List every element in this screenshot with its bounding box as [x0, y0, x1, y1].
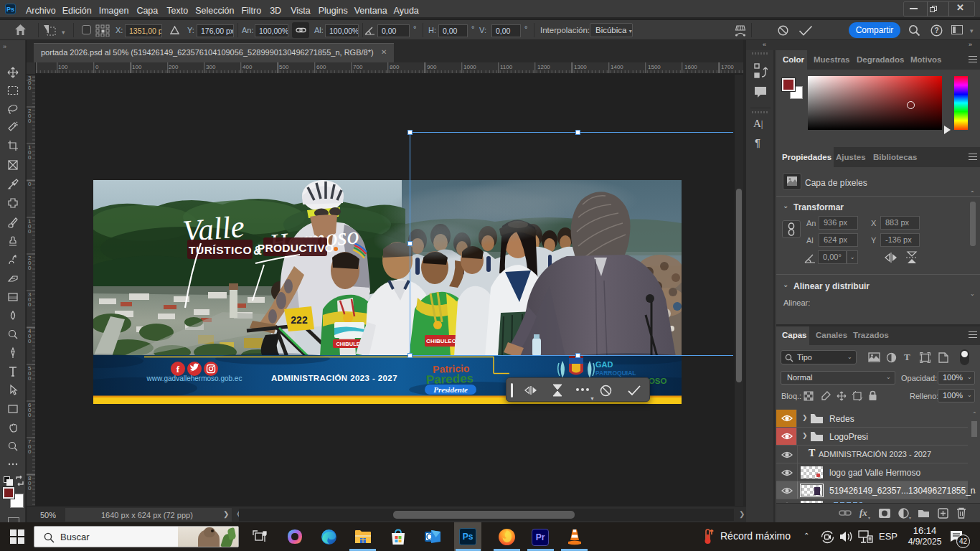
svg-text:?: ? — [934, 27, 938, 34]
svg-text:www.gadvallehermoso.gob.ec: www.gadvallehermoso.gob.ec — [146, 375, 242, 382]
svg-text:GAD: GAD — [595, 360, 613, 369]
svg-text:PARROQUIAL: PARROQUIAL — [595, 369, 636, 377]
svg-text:CHIBULEO: CHIBULEO — [426, 338, 456, 344]
svg-text:ADMINISTRACIÓN 2023 - 2027: ADMINISTRACIÓN 2023 - 2027 — [271, 374, 397, 382]
svg-text:PRODUCTIVO: PRODUCTIVO — [258, 242, 334, 254]
svg-text:f: f — [176, 364, 180, 375]
svg-text:222: 222 — [291, 314, 308, 326]
svg-text:Presidente: Presidente — [433, 385, 468, 394]
svg-text:Paredes: Paredes — [425, 372, 473, 387]
